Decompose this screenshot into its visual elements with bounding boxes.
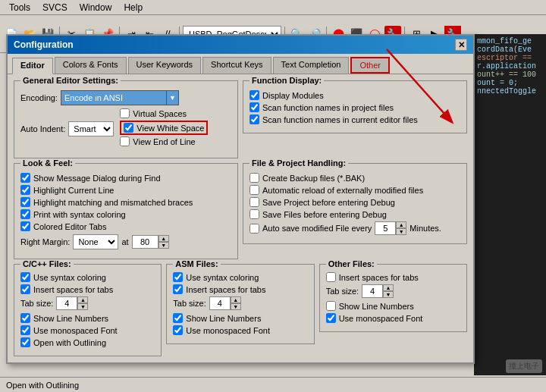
tab-bar: Editor Colors & Fonts User Keywords Shor… — [8, 54, 473, 74]
menu-svcs[interactable]: SVCS — [36, 1, 74, 14]
scan-editor-check[interactable] — [249, 114, 259, 124]
minutes-spinner-btns: ▲ ▼ — [396, 221, 406, 235]
margin-down[interactable]: ▼ — [158, 242, 169, 249]
code-line6: r.application — [477, 62, 543, 71]
backup-check[interactable] — [249, 173, 259, 183]
code-area: mmon_fifo_ge cordData(Eve escriptor == r… — [474, 34, 546, 375]
asm-linenums-row: Show Line Numbers — [173, 313, 307, 323]
cpp-tabsize-label: Tab size: — [20, 299, 53, 308]
cpp-mono-check[interactable] — [20, 325, 30, 335]
menu-tools[interactable]: Tools — [3, 1, 36, 14]
tab-colors-fonts[interactable]: Colors & Fonts — [55, 57, 127, 74]
cpp-outlining-row: Open with Outlining — [20, 337, 155, 347]
asm-spaces-check[interactable] — [173, 284, 183, 294]
cpp-syntax-check[interactable] — [20, 272, 30, 282]
backup-label: Create Backup files (*.BAK) — [262, 174, 365, 183]
cpp-tab-down[interactable]: ▼ — [77, 303, 88, 310]
autosave-check[interactable] — [249, 224, 259, 234]
view-white-space-check[interactable] — [124, 123, 133, 133]
asm-tab-down[interactable]: ▼ — [231, 303, 241, 310]
auto-reload-label: Automatic reload of externally modified … — [262, 186, 423, 195]
margin-up[interactable]: ▲ — [158, 235, 169, 242]
asm-tab-up[interactable]: ▲ — [231, 296, 241, 303]
tab-shortcut-keys[interactable]: Shortcut Keys — [202, 57, 271, 74]
other-tabsize-row: Tab size: ▲ ▼ — [326, 284, 460, 298]
tab-user-keywords[interactable]: User Keywords — [128, 57, 202, 74]
margin-input[interactable] — [132, 235, 158, 249]
cpp-tab-up[interactable]: ▲ — [77, 296, 88, 303]
virtual-spaces-check[interactable] — [120, 108, 130, 118]
tab-editor[interactable]: Editor — [12, 58, 53, 74]
file-project-section: File & Project Handling: Create Backup f… — [243, 163, 467, 244]
dialog-close-button[interactable]: ✕ — [455, 39, 467, 51]
other-spaces-label: Insert spaces for tabs — [339, 273, 419, 282]
tab-other[interactable]: Other — [350, 57, 390, 74]
highlight-braces-check[interactable] — [20, 197, 30, 207]
view-end-line-check[interactable] — [120, 136, 130, 146]
code-line5: escriptor == — [477, 54, 543, 62]
cpp-tab-input[interactable] — [56, 296, 77, 310]
encoding-dropdown-arrow[interactable]: ▼ — [167, 90, 179, 105]
file-project-col: File & Project Handling: Create Backup f… — [243, 163, 467, 259]
look-feel-section: Look & Feel: Show Message Dialog during … — [14, 163, 238, 259]
other-tab-input[interactable] — [362, 284, 383, 298]
print-syntax-check[interactable] — [20, 209, 30, 219]
minutes-down[interactable]: ▼ — [396, 228, 406, 235]
other-files-title: Other Files: — [326, 259, 377, 268]
at-label: at — [121, 237, 128, 246]
display-modules-check[interactable] — [249, 90, 259, 100]
autosave-label: Auto save modified File every — [262, 224, 372, 233]
asm-syntax-row: Use syntax coloring — [173, 272, 307, 282]
highlight-braces-label: Highlight matching and mismatched braces — [33, 198, 193, 207]
asm-tab-input[interactable] — [209, 296, 231, 310]
cpp-spaces-check[interactable] — [20, 284, 30, 294]
print-syntax-label: Print with syntax coloring — [33, 210, 126, 219]
save-project-check[interactable] — [249, 197, 259, 207]
colored-tabs-label: Colored Editor Tabs — [33, 222, 106, 231]
other-files-section: Other Files: Insert spaces for tabs Tab … — [319, 264, 467, 332]
asm-linenums-check[interactable] — [173, 313, 183, 323]
other-linenums-check[interactable] — [326, 301, 336, 311]
cpp-outlining-check[interactable] — [20, 337, 30, 347]
highlight-line-check[interactable] — [20, 185, 30, 195]
right-margin-select[interactable]: None — [73, 234, 118, 249]
tab-text-completion[interactable]: Text Completion — [273, 57, 350, 74]
save-files-check[interactable] — [249, 209, 259, 219]
right-margin-row: Right Margin: None at ▲ ▼ — [20, 234, 231, 249]
save-files-debug-row: Save Files before entering Debug — [249, 209, 460, 219]
minutes-input[interactable] — [375, 221, 396, 235]
cpp-linenums-row: Show Line Numbers — [20, 313, 155, 323]
display-modules-label: Display Modules — [262, 91, 324, 100]
show-msg-check[interactable] — [20, 173, 30, 183]
save-files-label: Save Files before entering Debug — [262, 210, 387, 219]
other-spaces-row: Insert spaces for tabs — [326, 272, 460, 282]
asm-items: Use syntax coloring Insert spaces for ta… — [173, 272, 307, 335]
other-tab-up[interactable]: ▲ — [383, 284, 394, 291]
other-spaces-check[interactable] — [326, 272, 336, 282]
minutes-up[interactable]: ▲ — [396, 221, 406, 228]
asm-mono-check[interactable] — [173, 325, 183, 335]
colored-tabs-check[interactable] — [20, 221, 30, 231]
cpp-mono-label: Use monospaced Font — [33, 326, 118, 335]
other-files-col: Other Files: Insert spaces for tabs Tab … — [319, 264, 467, 356]
cpp-linenums-check[interactable] — [20, 313, 30, 323]
scan-project-check[interactable] — [249, 102, 259, 112]
other-tab-down[interactable]: ▼ — [383, 291, 394, 298]
menu-window[interactable]: Window — [74, 1, 118, 14]
scan-editor-label: Scan function names in current editor fi… — [262, 115, 418, 124]
auto-indent-select[interactable]: Smart — [68, 121, 114, 136]
code-line3: cordData(Eve — [477, 45, 543, 54]
dialog-titlebar: Configuration ✕ — [8, 36, 473, 54]
cpp-section: C/C++ Files: Use syntax coloring Insert … — [14, 264, 162, 356]
show-msg-label: Show Message Dialog during Find — [33, 174, 161, 183]
checkboxes-group: Virtual Spaces View White Space — [120, 108, 208, 149]
encoding-select-row: Encode in ANSI ▼ — [61, 90, 179, 105]
other-mono-check[interactable] — [326, 313, 336, 323]
menu-help[interactable]: Help — [118, 1, 149, 14]
asm-spaces-row: Insert spaces for tabs — [173, 284, 307, 294]
asm-syntax-check[interactable] — [173, 272, 183, 282]
auto-indent-row: Auto Indent: Smart Virtual Spaces — [20, 108, 231, 149]
auto-reload-check[interactable] — [249, 185, 259, 195]
look-feel-col: Look & Feel: Show Message Dialog during … — [14, 163, 238, 259]
scan-project-row: Scan function names in project files — [249, 102, 460, 112]
